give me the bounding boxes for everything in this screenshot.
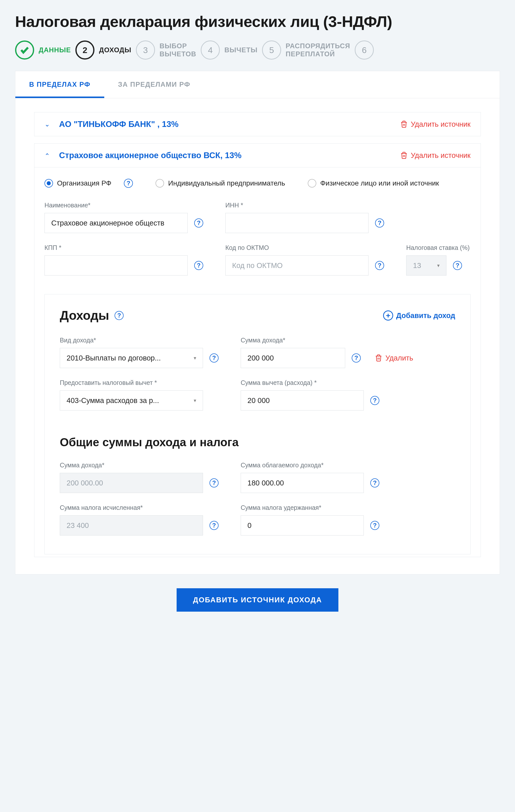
field-label: Наименование*: [44, 202, 210, 209]
caret-icon: ▾: [194, 398, 196, 404]
delete-label: Удалить: [385, 354, 413, 362]
oktmo-input[interactable]: [225, 255, 368, 276]
field-name: Наименование* ?: [44, 202, 210, 233]
kpp-input[interactable]: [44, 255, 188, 276]
delete-label: Удалить источник: [411, 151, 471, 160]
check-icon: [20, 45, 30, 55]
section-title: Доходы ?: [60, 308, 124, 323]
delete-income-button[interactable]: Удалить: [375, 354, 413, 362]
help-icon[interactable]: ?: [375, 219, 384, 228]
field-tax-calc: Сумма налога исчисленная* ?: [60, 504, 225, 535]
field-label: Вид дохода*: [60, 337, 225, 344]
radio-ip[interactable]: Индивидуальный предприниматель: [155, 179, 285, 187]
field-label: Сумма дохода*: [241, 337, 406, 344]
field-label: Сумма налога удержанная*: [241, 504, 406, 511]
field-income-amount: Сумма дохода* ? Удалить: [241, 337, 406, 368]
add-label: Добавить доход: [396, 312, 455, 320]
tab-abroad[interactable]: ЗА ПРЕДЕЛАМИ РФ: [104, 71, 204, 98]
tax-held-input[interactable]: [241, 515, 364, 535]
step-circle: 6: [355, 40, 374, 60]
help-icon[interactable]: ?: [124, 179, 133, 188]
step-3[interactable]: 3 ВЫБОР ВЫЧЕТОВ: [136, 40, 196, 60]
step-4[interactable]: 4 ВЫЧЕТЫ: [201, 40, 258, 60]
trash-icon: [400, 152, 408, 159]
field-label: Сумма вычета (расхода) *: [241, 379, 406, 386]
radio-org-rf[interactable]: Организация РФ: [44, 179, 111, 187]
help-icon[interactable]: ?: [370, 521, 380, 530]
help-icon[interactable]: ?: [370, 396, 380, 405]
name-input[interactable]: [44, 213, 188, 233]
delete-source-button[interactable]: Удалить источник: [400, 120, 471, 128]
inn-input[interactable]: [225, 213, 368, 233]
field-label: Сумма налога исчисленная*: [60, 504, 225, 511]
org-type-radios: Организация РФ ? Индивидуальный предприн…: [44, 179, 471, 188]
select-value: 13: [413, 261, 421, 270]
stepper: ДАННЫЕ 2 ДОХОДЫ 3 ВЫБОР ВЫЧЕТОВ 4 ВЫЧЕТЫ…: [15, 40, 500, 60]
total-income-input: [60, 473, 203, 493]
help-icon[interactable]: ?: [210, 521, 218, 530]
accordion-header[interactable]: ⌄ АО "ТИНЬКОФФ БАНК" , 13% Удалить источ…: [34, 112, 481, 136]
radio-label: Физическое лицо или иной источник: [320, 179, 439, 187]
chevron-up-icon: ⌄: [44, 152, 52, 160]
step-circle: 4: [201, 40, 220, 60]
help-icon[interactable]: ?: [453, 261, 462, 270]
caret-icon: ▾: [194, 355, 196, 361]
accordion-header[interactable]: ⌄ Страховое акционерное общество ВСК, 13…: [34, 144, 481, 167]
add-source-button[interactable]: ДОБАВИТЬ ИСТОЧНИК ДОХОДА: [177, 588, 338, 612]
tabs: В ПРЕДЕЛАХ РФ ЗА ПРЕДЕЛАМИ РФ: [15, 71, 500, 98]
chevron-down-icon: ⌄: [44, 120, 52, 128]
delete-label: Удалить источник: [411, 120, 471, 128]
field-deduction-type: Предоставить налоговый вычет * 403-Сумма…: [60, 379, 225, 410]
field-label: ИНН *: [225, 202, 391, 209]
income-amount-input[interactable]: [241, 348, 345, 368]
help-icon[interactable]: ?: [210, 478, 218, 488]
help-icon[interactable]: ?: [375, 261, 384, 270]
step-circle: 5: [262, 40, 281, 60]
rate-select[interactable]: 13 ▾: [406, 255, 447, 276]
field-income-type: Вид дохода* 2010-Выплаты по договор... ▾…: [60, 337, 225, 368]
field-kpp: КПП * ?: [44, 244, 210, 276]
main-card: В ПРЕДЕЛАХ РФ ЗА ПРЕДЕЛАМИ РФ ⌄ АО "ТИНЬ…: [15, 71, 500, 574]
field-oktmo: Код по ОКТМО ?: [225, 244, 391, 276]
radio-label: Организация РФ: [57, 179, 111, 187]
field-rate: Налоговая ставка (%) 13 ▾ ?: [406, 244, 470, 276]
delete-source-button[interactable]: Удалить источник: [400, 151, 471, 160]
source-title: Страховое акционерное общество ВСК, 13%: [59, 151, 393, 160]
step-2[interactable]: 2 ДОХОДЫ: [75, 40, 131, 60]
trash-icon: [375, 354, 382, 362]
radio-icon: [44, 179, 53, 187]
step-6[interactable]: 6: [355, 40, 374, 60]
field-label: Предоставить налоговый вычет *: [60, 379, 225, 386]
field-tax-held: Сумма налога удержанная* ?: [241, 504, 406, 535]
step-label: ДОХОДЫ: [99, 46, 131, 54]
source-2-accordion: ⌄ Страховое акционерное общество ВСК, 13…: [34, 143, 481, 557]
income-type-select[interactable]: 2010-Выплаты по договор... ▾: [60, 348, 203, 368]
add-income-button[interactable]: + Добавить доход: [383, 311, 455, 321]
caret-icon: ▾: [437, 262, 440, 268]
source-title: АО "ТИНЬКОФФ БАНК" , 13%: [59, 119, 393, 129]
deduction-select[interactable]: 403-Сумма расходов за р... ▾: [60, 390, 203, 410]
source-1-accordion: ⌄ АО "ТИНЬКОФФ БАНК" , 13% Удалить источ…: [34, 112, 481, 136]
tax-calc-input: [60, 515, 203, 535]
field-label: Сумма облагаемого дохода*: [241, 462, 406, 469]
step-label: ВЫЧЕТЫ: [224, 46, 258, 54]
step-5[interactable]: 5 РАСПОРЯДИТЬСЯ ПЕРЕПЛАТОЙ: [262, 40, 350, 60]
help-icon[interactable]: ?: [115, 311, 124, 320]
step-label: ДАННЫЕ: [39, 46, 71, 54]
help-icon[interactable]: ?: [194, 261, 203, 270]
select-value: 403-Сумма расходов за р...: [67, 397, 159, 405]
step-circle-done: [15, 40, 34, 60]
deduction-amount-input[interactable]: [241, 390, 364, 410]
help-icon[interactable]: ?: [210, 353, 218, 362]
tab-rf[interactable]: В ПРЕДЕЛАХ РФ: [15, 71, 104, 98]
taxable-input[interactable]: [241, 473, 364, 493]
select-value: 2010-Выплаты по договор...: [67, 354, 161, 362]
help-icon[interactable]: ?: [194, 219, 203, 228]
radio-phys[interactable]: Физическое лицо или иной источник: [308, 179, 439, 187]
help-icon[interactable]: ?: [370, 478, 380, 488]
help-icon[interactable]: ?: [352, 353, 361, 362]
plus-icon: +: [383, 311, 393, 321]
step-circle: 3: [136, 40, 155, 60]
field-label: КПП *: [44, 244, 210, 252]
step-1[interactable]: ДАННЫЕ: [15, 40, 71, 60]
